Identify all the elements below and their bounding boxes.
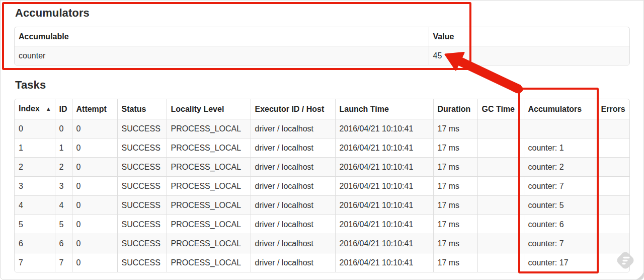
column-header-executor-id-host[interactable]: Executor ID / Host	[251, 99, 335, 119]
task-accumulators-cell: counter: 7	[524, 177, 597, 196]
column-header-accumulable: Accumulable	[15, 27, 429, 46]
task-row: 0 0 0 SUCCESS PROCESS_LOCAL driver / loc…	[15, 119, 630, 138]
column-header-locality-level[interactable]: Locality Level	[167, 99, 251, 119]
task-row: 6 6 0 SUCCESS PROCESS_LOCAL driver / loc…	[15, 234, 630, 253]
task-index-cell: 1	[15, 138, 55, 158]
task-status-cell: SUCCESS	[117, 138, 167, 158]
task-index-cell: 0	[15, 119, 55, 138]
task-launch-time-cell: 2016/04/21 10:10:41	[335, 196, 433, 215]
task-status-cell: SUCCESS	[117, 119, 167, 138]
task-attempt-cell: 0	[72, 138, 117, 158]
task-attempt-cell: 0	[72, 215, 117, 234]
tasks-section: Tasks Index▲ ID Attempt Status Locality …	[14, 79, 630, 272]
corner-artifact	[633, 272, 644, 280]
task-duration-cell: 17 ms	[433, 253, 477, 272]
task-locality-cell: PROCESS_LOCAL	[167, 177, 251, 196]
task-id-cell: 3	[55, 177, 72, 196]
task-row: 5 5 0 SUCCESS PROCESS_LOCAL driver / loc…	[15, 215, 630, 234]
task-attempt-cell: 0	[72, 158, 117, 177]
task-errors-cell	[597, 253, 630, 272]
column-header-accumulators[interactable]: Accumulators	[524, 99, 597, 119]
task-executor-cell: driver / localhost	[251, 234, 335, 253]
task-errors-cell	[597, 158, 630, 177]
task-row: 7 7 0 SUCCESS PROCESS_LOCAL driver / loc…	[15, 253, 630, 272]
task-status-cell: SUCCESS	[117, 196, 167, 215]
task-attempt-cell: 0	[72, 196, 117, 215]
task-id-cell: 2	[55, 158, 72, 177]
accumulators-section: Accumulators Accumulable Value counter 4…	[14, 7, 630, 65]
task-locality-cell: PROCESS_LOCAL	[167, 196, 251, 215]
column-header-errors[interactable]: Errors	[597, 99, 630, 119]
task-launch-time-cell: 2016/04/21 10:10:41	[335, 177, 433, 196]
task-errors-cell	[597, 138, 630, 158]
task-gc-time-cell	[477, 215, 524, 234]
column-header-gc-time[interactable]: GC Time	[477, 99, 524, 119]
task-id-cell: 1	[55, 138, 72, 158]
column-header-index-label: Index	[19, 104, 40, 113]
task-index-cell: 6	[15, 234, 55, 253]
tasks-header-row: Index▲ ID Attempt Status Locality Level …	[15, 99, 630, 119]
task-errors-cell	[597, 177, 630, 196]
tasks-table: Index▲ ID Attempt Status Locality Level …	[14, 99, 630, 272]
task-gc-time-cell	[477, 253, 524, 272]
column-header-attempt[interactable]: Attempt	[72, 99, 117, 119]
task-executor-cell: driver / localhost	[251, 196, 335, 215]
column-header-launch-time[interactable]: Launch Time	[335, 99, 433, 119]
task-row: 1 1 0 SUCCESS PROCESS_LOCAL driver / loc…	[15, 138, 630, 158]
task-locality-cell: PROCESS_LOCAL	[167, 138, 251, 158]
column-header-status[interactable]: Status	[117, 99, 167, 119]
task-accumulators-cell: counter: 7	[524, 234, 597, 253]
accumulable-value-cell: 45	[429, 46, 629, 65]
task-attempt-cell: 0	[72, 234, 117, 253]
column-header-id[interactable]: ID	[55, 99, 72, 119]
page-content: Accumulators Accumulable Value counter 4…	[1, 1, 643, 272]
task-duration-cell: 17 ms	[433, 158, 477, 177]
spark-stage-page: { "annotation_color": "#e81e0c", "accumu…	[0, 0, 644, 280]
task-errors-cell	[597, 215, 630, 234]
accumulators-table: Accumulable Value counter 45	[14, 27, 630, 65]
task-duration-cell: 17 ms	[433, 234, 477, 253]
task-accumulators-cell: counter: 1	[524, 138, 597, 158]
task-locality-cell: PROCESS_LOCAL	[167, 253, 251, 272]
task-accumulators-cell: counter: 6	[524, 215, 597, 234]
task-index-cell: 3	[15, 177, 55, 196]
task-executor-cell: driver / localhost	[251, 158, 335, 177]
task-id-cell: 5	[55, 215, 72, 234]
task-duration-cell: 17 ms	[433, 119, 477, 138]
accumulators-heading: Accumulators	[15, 7, 630, 20]
task-launch-time-cell: 2016/04/21 10:10:41	[335, 138, 433, 158]
accumulators-header-row: Accumulable Value	[15, 27, 629, 46]
task-id-cell: 0	[55, 119, 72, 138]
task-launch-time-cell: 2016/04/21 10:10:41	[335, 158, 433, 177]
task-gc-time-cell	[477, 177, 524, 196]
column-header-value: Value	[429, 27, 629, 46]
sort-ascending-icon: ▲	[46, 106, 51, 112]
task-attempt-cell: 0	[72, 177, 117, 196]
tasks-heading: Tasks	[15, 79, 630, 92]
task-accumulators-cell	[524, 119, 597, 138]
task-gc-time-cell	[477, 234, 524, 253]
task-duration-cell: 17 ms	[433, 177, 477, 196]
task-status-cell: SUCCESS	[117, 177, 167, 196]
task-gc-time-cell	[477, 158, 524, 177]
task-locality-cell: PROCESS_LOCAL	[167, 158, 251, 177]
task-index-cell: 2	[15, 158, 55, 177]
task-gc-time-cell	[477, 138, 524, 158]
task-errors-cell	[597, 234, 630, 253]
task-executor-cell: driver / localhost	[251, 119, 335, 138]
task-duration-cell: 17 ms	[433, 196, 477, 215]
task-attempt-cell: 0	[72, 119, 117, 138]
task-row: 2 2 0 SUCCESS PROCESS_LOCAL driver / loc…	[15, 158, 630, 177]
accumulable-name-cell: counter	[15, 46, 429, 65]
task-gc-time-cell	[477, 196, 524, 215]
task-launch-time-cell: 2016/04/21 10:10:41	[335, 234, 433, 253]
column-header-duration[interactable]: Duration	[433, 99, 477, 119]
accumulable-row: counter 45	[15, 46, 629, 65]
column-header-index[interactable]: Index▲	[15, 99, 55, 119]
task-accumulators-cell: counter: 2	[524, 158, 597, 177]
task-id-cell: 4	[55, 196, 72, 215]
task-status-cell: SUCCESS	[117, 215, 167, 234]
task-status-cell: SUCCESS	[117, 158, 167, 177]
task-locality-cell: PROCESS_LOCAL	[167, 234, 251, 253]
task-row: 4 4 0 SUCCESS PROCESS_LOCAL driver / loc…	[15, 196, 630, 215]
